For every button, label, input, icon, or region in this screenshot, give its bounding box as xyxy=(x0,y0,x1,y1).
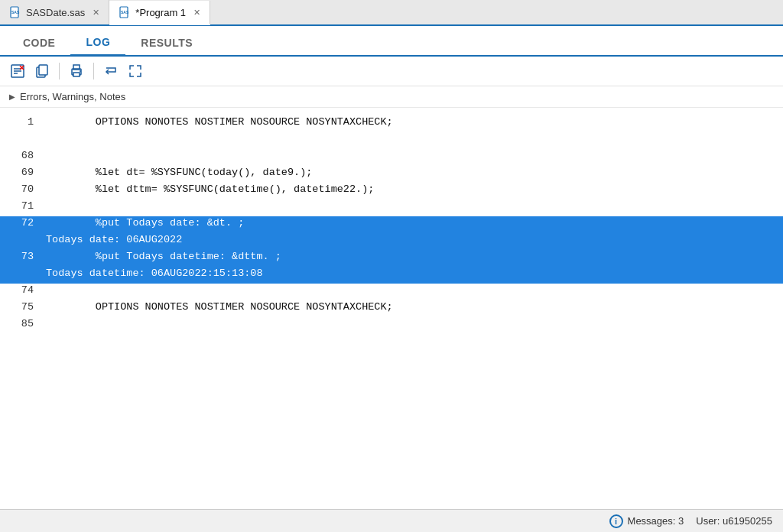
line-number: 74 xyxy=(0,284,46,296)
tab-sasdate-close[interactable]: ✕ xyxy=(93,8,99,18)
tab-results[interactable]: RESULTS xyxy=(125,31,208,55)
toolbar xyxy=(0,57,783,86)
status-bar: i Messages: 3 User: u61950255 xyxy=(0,509,783,532)
user-label: User: u61950255 xyxy=(696,515,772,527)
clear-log-button[interactable] xyxy=(8,61,28,81)
errors-label: Errors, Warnings, Notes xyxy=(20,91,125,102)
line-number: 71 xyxy=(0,200,46,212)
expand-button[interactable] xyxy=(125,61,145,81)
log-line xyxy=(0,132,783,149)
svg-text:SAS: SAS xyxy=(11,10,20,15)
line-text: Todays datetime: 06AUG2022:15:13:08 xyxy=(46,268,783,279)
log-line: Todays datetime: 06AUG2022:15:13:08 xyxy=(0,267,783,284)
main-area: CODE LOG RESULTS xyxy=(0,26,783,509)
line-number: 75 xyxy=(0,301,46,313)
clear-icon xyxy=(10,63,25,79)
line-text: OPTIONS NONOTES NOSTIMER NOSOURCE NOSYNT… xyxy=(46,301,783,313)
log-content[interactable]: 1 OPTIONS NONOTES NOSTIMER NOSOURCE NOSY… xyxy=(0,108,783,509)
line-text: OPTIONS NONOTES NOSTIMER NOSOURCE NOSYNT… xyxy=(46,116,783,128)
line-number: 70 xyxy=(0,183,46,195)
wrap-icon xyxy=(103,63,119,79)
line-number: 72 xyxy=(0,217,46,229)
log-line: 85 xyxy=(0,317,783,334)
toolbar-sep-1 xyxy=(59,63,60,79)
line-text: %put Todays date: &dt. ; xyxy=(46,217,783,229)
tab-code[interactable]: CODE xyxy=(8,31,70,55)
tab-log[interactable]: LOG xyxy=(70,30,125,57)
line-number: 68 xyxy=(0,150,46,161)
line-text: %let dt= %SYSFUNC(today(), date9.); xyxy=(46,167,783,178)
tab-sasdate[interactable]: SAS SASDate.sas ✕ xyxy=(0,0,109,24)
tab-program1-label: *Program 1 xyxy=(135,7,186,18)
log-line: 72 %put Todays date: &dt. ; xyxy=(0,216,783,233)
line-number: 69 xyxy=(0,167,46,178)
line-text: Todays date: 06AUG2022 xyxy=(46,234,783,245)
svg-text:SAS: SAS xyxy=(121,10,129,15)
file-sas-icon: SAS xyxy=(9,6,21,18)
log-line: 68 xyxy=(0,149,783,166)
line-text: %put Todays datetime: &dttm. ; xyxy=(46,251,783,262)
expand-icon xyxy=(128,63,143,79)
info-icon: i xyxy=(609,514,623,528)
file-program-icon: SAS xyxy=(119,6,131,18)
log-line: 75 OPTIONS NONOTES NOSTIMER NOSOURCE NOS… xyxy=(0,300,783,317)
wrap-button[interactable] xyxy=(101,61,121,81)
svg-point-15 xyxy=(80,70,81,72)
view-tabs: CODE LOG RESULTS xyxy=(0,26,783,57)
messages-label: Messages: 3 xyxy=(628,515,684,527)
line-number: 73 xyxy=(0,251,46,262)
tab-sasdate-label: SASDate.sas xyxy=(26,7,85,18)
line-number: 85 xyxy=(0,318,46,329)
log-line: 74 xyxy=(0,284,783,300)
svg-rect-14 xyxy=(73,73,80,76)
errors-arrow-icon: ▶ xyxy=(9,92,15,101)
errors-warnings-row[interactable]: ▶ Errors, Warnings, Notes xyxy=(0,86,783,108)
messages-info: i Messages: 3 xyxy=(609,514,684,528)
log-line: 70 %let dttm= %SYSFUNC(datetime(), datet… xyxy=(0,183,783,200)
toolbar-sep-2 xyxy=(93,63,94,79)
tab-program1-close[interactable]: ✕ xyxy=(193,8,200,18)
print-button[interactable] xyxy=(67,61,86,81)
tab-program1[interactable]: SAS *Program 1 ✕ xyxy=(109,1,210,25)
log-line: 71 xyxy=(0,200,783,216)
log-line: Todays date: 06AUG2022 xyxy=(0,233,783,250)
tab-bar: SAS SASDate.sas ✕ SAS *Program 1 ✕ xyxy=(0,0,783,26)
log-line: 69 %let dt= %SYSFUNC(today(), date9.); xyxy=(0,166,783,183)
copy-button[interactable] xyxy=(32,61,52,81)
log-line: 73 %put Todays datetime: &dttm. ; xyxy=(0,250,783,267)
line-text: %let dttm= %SYSFUNC(datetime(), datetime… xyxy=(46,183,783,195)
svg-rect-11 xyxy=(39,65,47,75)
print-icon xyxy=(69,63,84,79)
log-line: 1 OPTIONS NONOTES NOSTIMER NOSOURCE NOSY… xyxy=(0,115,783,132)
copy-icon xyxy=(34,63,50,79)
line-number: 1 xyxy=(0,116,46,128)
